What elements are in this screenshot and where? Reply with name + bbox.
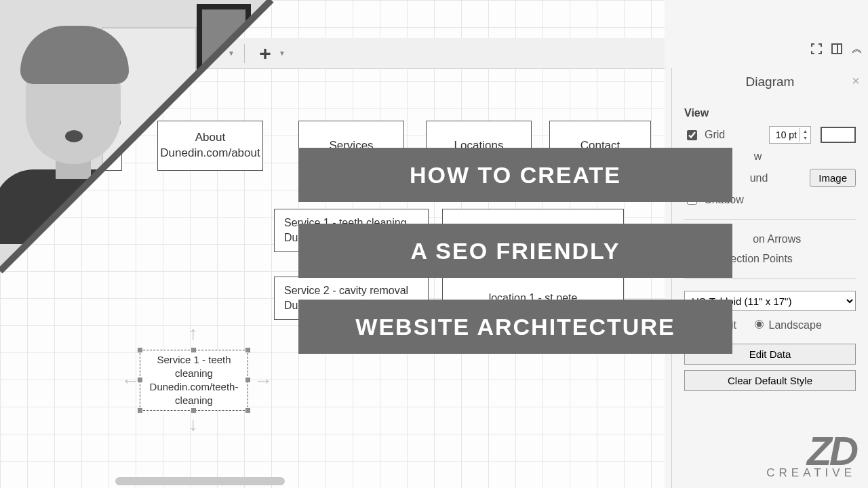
view-section-header: View [684, 107, 856, 119]
grid-label: Grid [705, 129, 725, 141]
toolbar-separator [244, 44, 245, 63]
node-selected-l3: Dunedin.com/teeth- [150, 380, 239, 394]
add-dropdown-icon[interactable]: ▼ [279, 49, 285, 57]
node-about[interactable]: About Dunedin.com/about [157, 121, 263, 171]
resize-handle[interactable] [245, 348, 250, 352]
node-selected-l1: Service 1 - teeth [157, 353, 231, 367]
grid-size-value[interactable] [770, 129, 800, 140]
resize-handle[interactable] [138, 348, 142, 352]
node-about-url: Dunedin.com/about [160, 146, 260, 161]
toolbar-right: ︽ [810, 42, 864, 56]
grid-row: Grid ▲▼ [684, 126, 856, 144]
horizontal-scrollbar[interactable] [115, 477, 285, 485]
resize-handle[interactable] [191, 348, 196, 352]
overlay-line2: A SEO FRIENDLY [298, 224, 732, 278]
clone-arrow-up-icon[interactable]: ↑ [189, 323, 198, 344]
format-panel-toggle-icon[interactable] [830, 42, 844, 56]
close-panel-icon[interactable]: × [852, 73, 860, 89]
panel-title: Diagram × [684, 75, 856, 89]
landscape-label: Landscape [768, 319, 821, 331]
node-selected-l2: cleaning [175, 367, 213, 380]
node-selected-l4: cleaning [175, 394, 213, 407]
panel-divider [684, 278, 856, 279]
background-label-partial: und [750, 172, 768, 184]
logo-word: CREATIVE [766, 466, 856, 480]
clone-arrow-right-icon[interactable]: → [254, 370, 273, 392]
clear-style-button[interactable]: Clear Default Style [684, 370, 856, 391]
resize-handle[interactable] [138, 378, 142, 382]
resize-handle[interactable] [138, 408, 142, 413]
resize-handle[interactable] [245, 408, 250, 413]
grid-size-stepper[interactable]: ▲▼ [800, 128, 810, 142]
pageview-label-partial: w [754, 150, 762, 163]
conn-arrows-label-partial: on Arrows [753, 233, 801, 245]
collapse-panel-icon[interactable]: ︽ [850, 42, 864, 56]
grid-checkbox[interactable] [687, 130, 697, 140]
logo-initials: ZD [766, 435, 856, 468]
resize-handle[interactable] [245, 378, 250, 382]
grid-size-input[interactable]: ▲▼ [769, 126, 811, 144]
node-about-title: About [195, 130, 225, 146]
resize-handle[interactable] [191, 408, 196, 413]
panel-divider [684, 219, 856, 220]
node-selected[interactable]: Service 1 - teeth cleaning Dunedin.com/t… [140, 350, 248, 411]
overlay-line1: HOW TO CREATE [298, 148, 732, 202]
landscape-radio[interactable] [755, 320, 764, 329]
landscape-option[interactable]: Landscape [751, 318, 822, 331]
add-shape-icon[interactable]: + [254, 43, 276, 64]
fullscreen-icon[interactable] [810, 42, 823, 56]
grid-color-swatch[interactable] [821, 127, 856, 143]
brand-logo: ZD CREATIVE [766, 435, 856, 480]
overlay-line3: WEBSITE ARCHITECTURE [298, 300, 732, 354]
background-image-button[interactable]: Image [810, 169, 856, 187]
clone-arrow-left-icon[interactable]: ← [121, 370, 140, 392]
panel-title-text: Diagram [746, 75, 795, 89]
waypoint-dropdown-icon[interactable]: ▼ [228, 49, 235, 57]
format-panel: Diagram × View Grid ▲▼ Page View Backgro… [671, 68, 868, 488]
clone-arrow-down-icon[interactable]: ↓ [189, 413, 198, 435]
node-service2-title: Service 2 - cavity removal [284, 283, 408, 298]
